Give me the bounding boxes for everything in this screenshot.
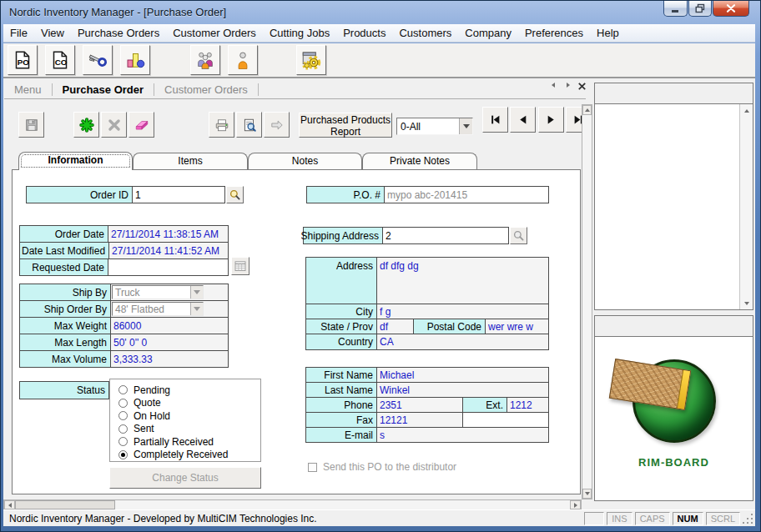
fax-empty-cell: [463, 413, 548, 427]
save-button[interactable]: [18, 112, 44, 138]
maximize-icon: [695, 3, 705, 13]
key-icon: [88, 50, 108, 70]
menu-bar: File View Purchase Orders Customer Order…: [3, 24, 755, 43]
side-list-scrollbar[interactable]: [739, 104, 753, 309]
status-option-completely-received[interactable]: Completely Received: [118, 449, 260, 462]
order-id-input[interactable]: 1: [132, 186, 225, 203]
radio-icon: [118, 399, 128, 408]
new-record-button[interactable]: [73, 112, 99, 138]
nav-first-button[interactable]: [482, 107, 508, 133]
postal-code-value: wer wre w: [486, 319, 548, 334]
max-volume-label: Max Volume: [20, 351, 110, 367]
last-name-value: Winkel: [377, 383, 548, 397]
tab-scroll-left-button[interactable]: [552, 83, 555, 88]
tab-items[interactable]: Items: [133, 153, 248, 169]
nav-next-icon: [546, 114, 557, 125]
scroll-right-button[interactable]: [570, 500, 581, 509]
settings-button[interactable]: [296, 45, 326, 75]
status-option-on-hold[interactable]: On Hold: [118, 409, 260, 423]
customer-button[interactable]: [228, 45, 258, 75]
person-icon: [233, 50, 253, 70]
scroll-left-button[interactable]: [4, 500, 15, 509]
menu-file[interactable]: File: [3, 24, 34, 42]
tab-close-button[interactable]: [577, 82, 587, 91]
send-po-checkbox-row[interactable]: Send this PO to the distributor: [308, 461, 456, 473]
vertical-scrollbar[interactable]: [582, 104, 592, 499]
tab-scroll-right-button[interactable]: [567, 83, 570, 88]
ship-by-dropdown-button[interactable]: [190, 286, 203, 299]
ship-by-label: Ship By: [20, 284, 110, 300]
doc-tab-customer-orders[interactable]: Customer Orders: [154, 83, 258, 96]
tab-private-notes[interactable]: Private Notes: [362, 153, 477, 169]
purchased-products-report-button[interactable]: Purchased Products Report: [299, 113, 392, 138]
list-scroll-up-button[interactable]: [740, 104, 753, 117]
title-bar: Nordic Inventory Manager - [Purchase Ord…: [1, 1, 760, 24]
scroll-down-button[interactable]: [582, 489, 592, 499]
scroll-up-button[interactable]: [582, 105, 592, 115]
close-button[interactable]: [713, 1, 749, 17]
nav-previous-icon: [517, 114, 528, 125]
side-list-box[interactable]: [595, 104, 739, 309]
menu-view[interactable]: View: [34, 24, 71, 42]
resize-grip[interactable]: [743, 512, 754, 525]
records-filter-dropdown-button[interactable]: [459, 118, 472, 134]
menu-preferences[interactable]: Preferences: [518, 24, 590, 42]
forward-button[interactable]: [264, 112, 290, 138]
shipping-address-label: Shipping Address: [303, 227, 383, 244]
requested-date-calendar-button[interactable]: [231, 257, 249, 275]
status-option-partially-received[interactable]: Partially Received: [118, 435, 260, 449]
delete-button[interactable]: [101, 112, 127, 138]
shipping-address-search-button[interactable]: [510, 227, 527, 244]
nav-previous-button[interactable]: [510, 107, 536, 133]
ship-order-by-dropdown-button[interactable]: [190, 303, 203, 315]
logo-panel-header: [595, 316, 753, 337]
security-key-button[interactable]: [83, 45, 113, 75]
status-option-sent[interactable]: Sent: [118, 423, 260, 436]
email-label: E-mail: [306, 428, 376, 442]
tab-notes[interactable]: Notes: [248, 153, 362, 169]
ship-order-by-select[interactable]: 48' Flatbed: [112, 302, 204, 316]
print-button[interactable]: [209, 112, 234, 138]
menu-purchase-orders[interactable]: Purchase Orders: [71, 24, 166, 42]
doc-tab-menu[interactable]: Menu: [4, 83, 52, 96]
menu-cutting-jobs[interactable]: Cutting Jobs: [263, 24, 336, 42]
horizontal-scroll-thumb[interactable]: [15, 500, 115, 509]
tab-information[interactable]: Information: [18, 152, 133, 170]
fax-value: 12121: [377, 413, 462, 427]
order-id-search-button[interactable]: [226, 186, 244, 203]
customer-order-button[interactable]: CO: [45, 45, 75, 75]
reports-button[interactable]: [120, 45, 150, 75]
last-name-label: Last Name: [306, 383, 376, 397]
status-option-quote[interactable]: Quote: [118, 397, 260, 410]
menu-customers[interactable]: Customers: [392, 24, 458, 42]
list-scroll-down-button[interactable]: [740, 297, 753, 309]
records-filter-select[interactable]: 0-All: [396, 118, 473, 135]
customers-group-button[interactable]: [190, 45, 220, 75]
ship-by-select[interactable]: Truck: [112, 285, 204, 299]
menu-customer-orders[interactable]: Customer Orders: [166, 24, 263, 42]
radio-icon: [118, 437, 128, 446]
menu-company[interactable]: Company: [458, 24, 518, 42]
scroll-down-icon: [585, 492, 590, 495]
menu-help[interactable]: Help: [590, 24, 626, 42]
menu-products[interactable]: Products: [336, 24, 392, 42]
radio-icon: [118, 385, 128, 394]
minimize-button[interactable]: [663, 1, 688, 17]
purchase-order-button[interactable]: PO: [8, 45, 38, 75]
calendar-icon: [234, 259, 247, 273]
contact-group: First Name Michael Last Name Winkel Phon…: [305, 367, 549, 443]
chevron-down-icon: [194, 290, 200, 294]
people-group-icon: [195, 50, 215, 70]
shipping-address-input[interactable]: 2: [382, 227, 509, 244]
maximize-button[interactable]: [688, 1, 712, 17]
requested-date-input[interactable]: [108, 259, 228, 275]
edit-button[interactable]: [129, 112, 154, 138]
status-option-pending[interactable]: Pending: [118, 384, 260, 397]
print-preview-button[interactable]: [236, 112, 262, 138]
chart-icon: [125, 50, 145, 70]
nav-next-button[interactable]: [538, 107, 564, 133]
doc-tab-purchase-order[interactable]: Purchase Order: [53, 83, 154, 96]
svg-text:PO: PO: [18, 58, 30, 67]
ext-value: 1212: [507, 398, 548, 412]
change-status-button[interactable]: Change Status: [109, 467, 261, 489]
